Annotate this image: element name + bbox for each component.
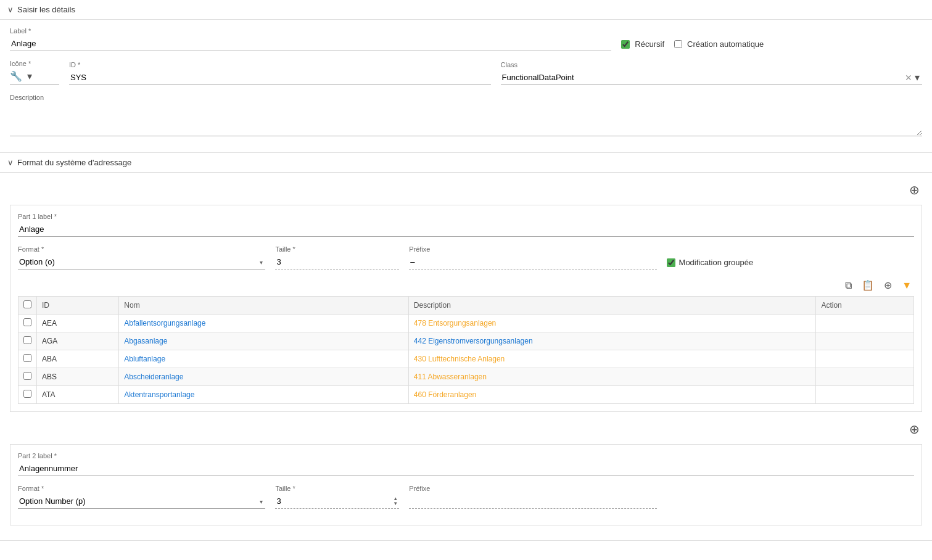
part2-prefix-label: Préfixe [409, 485, 656, 492]
creation-auto-group: Création automatique [674, 39, 764, 49]
checkboxes-group: Récursif Création automatique [621, 39, 922, 51]
icone-row: 🔧 ▾ [10, 69, 59, 83]
saisir-title: Saisir les détails [17, 5, 75, 14]
cell-nom: Abluftanlage [119, 350, 409, 368]
cell-action [816, 368, 914, 386]
id-label: ID * [69, 61, 491, 68]
part2-taille-stepper: ▲ ▼ [275, 494, 399, 509]
row-checkbox[interactable] [23, 336, 31, 344]
part1-format-select[interactable]: Option (o) Option Number (p) Text [18, 255, 265, 270]
format-chevron: ∨ [7, 158, 14, 167]
icone-dropdown-btn[interactable]: ▾ [25, 69, 35, 83]
part1-prefix-input[interactable] [409, 255, 656, 270]
part2-taille-group: Taille * ▲ ▼ [275, 485, 399, 509]
icone-group: Icône * 🔧 ▾ [10, 60, 59, 85]
cell-action [816, 350, 914, 368]
description-input[interactable] [10, 103, 922, 136]
recursif-group: Récursif [621, 39, 664, 49]
recursif-checkbox[interactable] [621, 40, 630, 49]
row-checkbox[interactable] [23, 390, 31, 398]
part2-prefix-input[interactable] [409, 494, 656, 509]
cell-description: 460 Förderanlagen [408, 386, 816, 404]
mod-groupee-label: Modification groupée [679, 258, 754, 267]
part1-label-row: Part 1 label * [18, 213, 914, 237]
part1-block: Part 1 label * Format * Option (o) Optio… [10, 205, 922, 412]
part2-prefix-group: Préfixe [409, 485, 656, 509]
saisir-content: Label * Récursif Création automatique Ic… [0, 20, 932, 152]
format-header[interactable]: ∨ Format du système d'adressage [0, 153, 932, 173]
cell-nom: Aktentransportanlage [119, 386, 409, 404]
table-row: ABSAbscheideranlage411 Abwasseranlagen [19, 368, 914, 386]
cell-id: ATA [37, 386, 119, 404]
row-label: Label * Récursif Création automatique [10, 27, 922, 51]
table-toolbar: ⧉ 📋 ⊕ ▼ [18, 278, 914, 292]
saisir-header[interactable]: ∨ Saisir les détails [0, 0, 932, 20]
cell-nom: Abfallentsorgungsanlage [119, 315, 409, 332]
top-add-row: ⊕ [10, 180, 922, 200]
part1-label-label: Part 1 label * [18, 213, 914, 220]
row-checkbox[interactable] [23, 372, 31, 380]
label-input[interactable] [10, 36, 611, 51]
table-add-btn[interactable]: ⊕ [881, 278, 894, 292]
table-row: ATAAktentransportanlage460 Förderanlagen [19, 386, 914, 404]
part1-taille-input[interactable] [275, 255, 399, 270]
chevron-down-icon: ▾ [27, 71, 32, 81]
col-id: ID [37, 297, 119, 315]
table-row: ABAAbluftanlage430 Lufttechnische Anlage… [19, 350, 914, 368]
cell-action [816, 332, 914, 350]
cell-id: AEA [37, 315, 119, 332]
row-checkbox[interactable] [23, 354, 31, 362]
part2-format-select-wrapper: Option Number (p) Option (o) Text ▾ [18, 494, 265, 509]
cell-description: 411 Abwasseranlagen [408, 368, 816, 386]
class-dropdown-btn[interactable]: ▾ [912, 70, 922, 84]
col-action: Action [816, 297, 914, 315]
part1-format-row: Format * Option (o) Option Number (p) Te… [18, 245, 914, 270]
stepper-down-btn[interactable]: ▼ [393, 501, 398, 506]
cell-nom: Abscheideranlage [119, 368, 409, 386]
recursif-label: Récursif [635, 39, 664, 49]
filter-btn[interactable]: ▼ [899, 279, 914, 292]
cell-id: ABA [37, 350, 119, 368]
part1-label-input[interactable] [18, 222, 914, 237]
cell-nom: Abgasanlage [119, 332, 409, 350]
class-clear-icon[interactable]: ✕ [905, 73, 912, 83]
cell-description: 430 Lufttechnische Anlagen [408, 350, 816, 368]
format-title: Format du système d'adressage [17, 158, 131, 167]
part2-format-select[interactable]: Option Number (p) Option (o) Text [18, 494, 265, 509]
icone-label: Icône * [10, 60, 59, 67]
part1-modgroupee-group: Modification groupée [667, 258, 914, 270]
description-group: Description [10, 94, 922, 136]
saisir-section: ∨ Saisir les détails Label * Récursif Cr… [0, 0, 932, 153]
part1-prefix-group: Préfixe [409, 245, 656, 270]
part1-format-group: Format * Option (o) Option Number (p) Te… [18, 245, 265, 270]
creation-auto-checkbox[interactable] [674, 40, 682, 48]
label-group: Label * [10, 27, 611, 51]
mod-groupee-checkbox[interactable] [667, 258, 675, 267]
part1-taille-group: Taille * [275, 245, 399, 270]
class-input-wrapper: ✕ ▾ [501, 70, 923, 85]
cell-id: ABS [37, 368, 119, 386]
add-part2-btn[interactable]: ⊕ [907, 419, 922, 439]
paste-btn[interactable]: 📋 [859, 278, 876, 292]
class-input[interactable] [501, 70, 905, 84]
wrench-icon: 🔧 [10, 70, 22, 82]
row-icone-id: Icône * 🔧 ▾ ID * Class ✕ [10, 60, 922, 85]
row-checkbox[interactable] [23, 318, 31, 326]
cell-id: AGA [37, 332, 119, 350]
label-label: Label * [10, 27, 611, 35]
col-description: Description [408, 297, 816, 315]
options-table: ID Nom Description Action AEAAbfallentso… [18, 296, 914, 404]
id-input[interactable] [69, 70, 491, 85]
add-part-btn[interactable]: ⊕ [907, 180, 922, 200]
part2-format-group: Format * Option Number (p) Option (o) Te… [18, 485, 265, 509]
part1-prefix-label: Préfixe [409, 245, 656, 253]
select-all-checkbox[interactable] [23, 300, 31, 308]
options-table-scroll[interactable]: ID Nom Description Action AEAAbfallentso… [18, 296, 914, 404]
part2-taille-input[interactable] [275, 494, 399, 509]
part1-taille-label: Taille * [275, 245, 399, 253]
copy-btn[interactable]: ⧉ [843, 279, 854, 292]
part2-label-input[interactable] [18, 461, 914, 476]
table-row: AEAAbfallentsorgungsanlage478 Entsorgung… [19, 315, 914, 332]
class-label: Class [501, 61, 923, 68]
part1-format-select-wrapper: Option (o) Option Number (p) Text ▾ [18, 255, 265, 270]
